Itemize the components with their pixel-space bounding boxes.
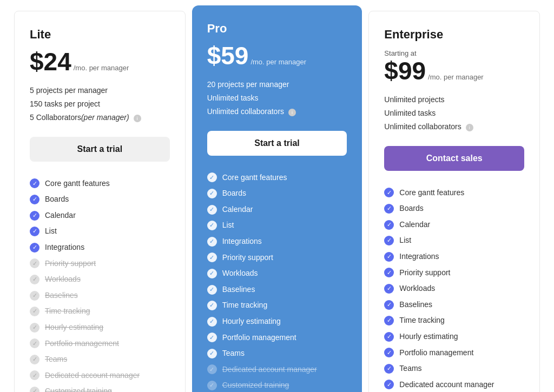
limit-item-enterprise-2: Unlimited collaborators i — [384, 120, 524, 134]
feature-item-enterprise-7: ✓Baselines — [384, 297, 524, 313]
feature-item-enterprise-5: ✓Priority support — [384, 265, 524, 281]
cta-button-pro[interactable]: Start a trial — [207, 131, 347, 156]
feature-item-lite-9: ✓Hourly estimating — [30, 320, 170, 336]
plan-lite: Lite$24/mo. per manager5 projects per ma… — [14, 11, 186, 392]
check-icon-lite-11: ✓ — [30, 355, 39, 364]
feature-item-pro-2: ✓Calendar — [207, 202, 347, 218]
feature-item-pro-0: ✓Core gantt features — [207, 170, 347, 186]
price-unit-pro: /mo. per manager — [250, 58, 306, 66]
check-icon-lite-12: ✓ — [30, 370, 39, 380]
limits-enterprise: Unlimited projectsUnlimited tasksUnlimit… — [384, 93, 524, 134]
feature-label-pro-8: Time tracking — [222, 300, 268, 311]
feature-item-pro-6: ✓Workloads — [207, 265, 347, 282]
feature-label-pro-10: Portfolio management — [222, 333, 296, 343]
feature-label-pro-4: Integrations — [222, 236, 262, 247]
plan-name-pro: Pro — [207, 22, 347, 36]
price-unit-lite: /mo. per manager — [74, 64, 129, 72]
check-icon-lite-5: ✓ — [30, 258, 39, 268]
feature-label-lite-13: Customized training — [45, 386, 112, 392]
feature-item-lite-13: ✓Customized training — [30, 383, 170, 392]
limits-lite: 5 projects per manager150 tasks per proj… — [30, 84, 170, 125]
info-icon-pro[interactable]: i — [288, 109, 296, 116]
price-block-enterprise: Starting at$99/mo. per manager — [384, 49, 524, 83]
info-icon-enterprise[interactable]: i — [466, 124, 473, 131]
check-icon-enterprise-0: ✓ — [384, 188, 394, 197]
check-icon-enterprise-2: ✓ — [384, 220, 394, 230]
check-icon-lite-7: ✓ — [30, 291, 39, 301]
feature-item-pro-4: ✓Integrations — [207, 234, 347, 250]
limit-item-enterprise-0: Unlimited projects — [384, 93, 524, 107]
feature-label-pro-2: Calendar — [222, 204, 253, 215]
feature-item-pro-9: ✓Hourly estimating — [207, 314, 347, 330]
price-block-pro: $59/mo. per manager — [207, 43, 347, 68]
limit-item-pro-0: 20 projects per manager — [207, 78, 347, 91]
feature-item-enterprise-6: ✓Workloads — [384, 281, 524, 297]
limit-item-enterprise-1: Unlimited tasks — [384, 107, 524, 120]
check-icon-enterprise-5: ✓ — [384, 268, 394, 277]
feature-label-enterprise-9: Hourly estimating — [399, 331, 458, 342]
feature-label-pro-11: Teams — [222, 348, 245, 359]
feature-item-lite-4: ✓Integrations — [30, 240, 170, 256]
check-icon-enterprise-6: ✓ — [384, 284, 394, 294]
check-icon-pro-0: ✓ — [207, 172, 217, 182]
feature-item-lite-5: ✓Priority support — [30, 256, 170, 272]
feature-item-enterprise-4: ✓Integrations — [384, 249, 524, 265]
feature-label-pro-0: Core gantt features — [222, 172, 287, 183]
feature-label-lite-10: Portfolio management — [45, 338, 119, 349]
info-icon-lite[interactable]: i — [134, 115, 141, 122]
check-icon-pro-1: ✓ — [207, 189, 217, 198]
feature-item-enterprise-12: ✓Dedicated account manager — [384, 377, 524, 392]
feature-label-pro-9: Hourly estimating — [222, 316, 281, 327]
feature-label-lite-5: Priority support — [45, 258, 96, 269]
check-icon-lite-6: ✓ — [30, 275, 39, 284]
check-icon-pro-7: ✓ — [207, 285, 217, 295]
feature-label-lite-8: Time tracking — [45, 306, 90, 317]
feature-item-lite-6: ✓Workloads — [30, 271, 170, 288]
feature-label-enterprise-2: Calendar — [399, 220, 430, 230]
limit-item-lite-1: 150 tasks per project — [30, 97, 170, 111]
feature-label-enterprise-6: Workloads — [399, 283, 435, 294]
feature-item-lite-2: ✓Calendar — [30, 208, 170, 224]
check-icon-lite-4: ✓ — [30, 243, 39, 253]
limit-item-pro-1: Unlimited tasks — [207, 91, 347, 105]
feature-item-lite-10: ✓Portfolio management — [30, 336, 170, 352]
feature-item-enterprise-0: ✓Core gantt features — [384, 185, 524, 201]
check-icon-lite-9: ✓ — [30, 323, 39, 333]
feature-item-lite-8: ✓Time tracking — [30, 303, 170, 320]
pricing-container: Lite$24/mo. per manager5 projects per ma… — [11, 11, 543, 392]
feature-item-pro-11: ✓Teams — [207, 346, 347, 362]
check-icon-lite-13: ✓ — [30, 387, 39, 392]
feature-item-lite-11: ✓Teams — [30, 351, 170, 368]
feature-label-enterprise-0: Core gantt features — [399, 188, 464, 198]
plan-enterprise: EnterpriseStarting at$99/mo. per manager… — [368, 11, 540, 392]
feature-item-enterprise-2: ✓Calendar — [384, 217, 524, 233]
cta-button-enterprise[interactable]: Contact sales — [384, 146, 524, 171]
check-icon-pro-4: ✓ — [207, 237, 217, 247]
feature-label-lite-9: Hourly estimating — [45, 322, 103, 333]
feature-label-pro-5: Priority support — [222, 253, 273, 263]
feature-item-enterprise-11: ✓Teams — [384, 361, 524, 377]
check-icon-pro-8: ✓ — [207, 301, 217, 310]
check-icon-lite-8: ✓ — [30, 307, 39, 316]
check-icon-enterprise-3: ✓ — [384, 236, 394, 245]
check-icon-lite-0: ✓ — [30, 178, 39, 188]
feature-label-pro-13: Customized training — [222, 380, 289, 391]
features-list-enterprise: ✓Core gantt features✓Boards✓Calendar✓Lis… — [384, 185, 524, 392]
feature-item-pro-13: ✓Customized training — [207, 377, 347, 392]
feature-label-enterprise-1: Boards — [399, 203, 423, 214]
price-row-pro: $59/mo. per manager — [207, 43, 347, 68]
cta-button-lite[interactable]: Start a trial — [30, 137, 170, 162]
price-unit-enterprise: /mo. per manager — [428, 73, 484, 81]
feature-label-lite-11: Teams — [45, 354, 67, 365]
feature-item-enterprise-1: ✓Boards — [384, 201, 524, 217]
feature-label-enterprise-7: Baselines — [399, 300, 432, 310]
check-icon-pro-11: ✓ — [207, 349, 217, 358]
check-icon-enterprise-7: ✓ — [384, 300, 394, 310]
check-icon-enterprise-1: ✓ — [384, 204, 394, 214]
feature-label-pro-1: Boards — [222, 188, 246, 199]
feature-item-pro-7: ✓Baselines — [207, 282, 347, 298]
feature-item-enterprise-3: ✓List — [384, 232, 524, 249]
price-row-enterprise: $99/mo. per manager — [384, 58, 524, 83]
feature-label-lite-3: List — [45, 226, 57, 237]
check-icon-pro-3: ✓ — [207, 221, 217, 230]
